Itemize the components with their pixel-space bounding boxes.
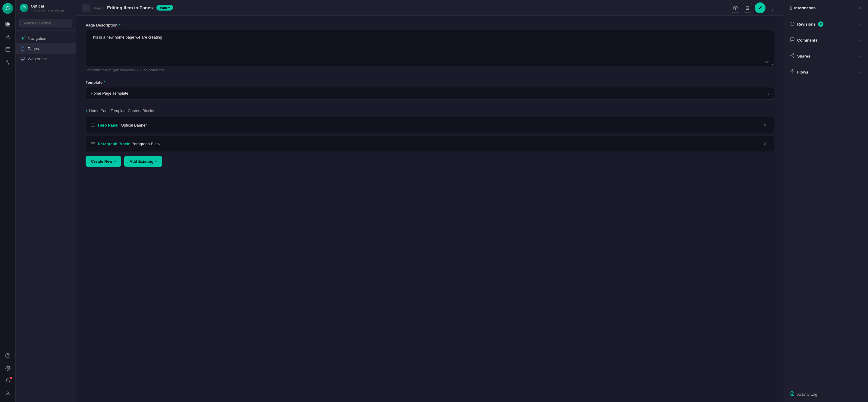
paragraph-block-value: Paragraph Block (131, 142, 160, 146)
remove-hero-button[interactable]: × (762, 121, 769, 129)
description-required: * (119, 23, 120, 27)
description-textarea[interactable]: This is a new home page we are creating (86, 30, 774, 66)
icon-bar-files[interactable] (2, 44, 13, 55)
topbar: ← Pages Editing Item in Pages Main ▾ ✓ ⋮ (76, 0, 784, 16)
flows-chevron-icon: ∨ (859, 70, 862, 74)
sidebar-item-web-article-label: Web Article (28, 57, 48, 61)
comments-icon (790, 37, 795, 43)
sidebar-item-navigation-label: Navigation (28, 36, 46, 41)
svg-point-15 (735, 7, 736, 8)
block-item-paragraph: Paragraph Block: Paragraph Block × (86, 135, 774, 152)
drag-handle-paragraph[interactable] (91, 142, 95, 145)
block-text-paragraph: Paragraph Block: Paragraph Block (98, 142, 758, 146)
svg-line-20 (792, 54, 793, 55)
comments-chevron-icon: ∨ (859, 38, 862, 42)
preview-button[interactable] (731, 3, 740, 13)
revisions-icon (790, 21, 795, 27)
sidebar-item-navigation[interactable]: Navigation (16, 33, 76, 43)
panel-close-button[interactable]: × (859, 5, 862, 11)
icon-bar-help[interactable] (2, 350, 13, 361)
flows-header[interactable]: Flows ∨ (784, 64, 868, 80)
comments-header[interactable]: Comments ∨ (784, 32, 868, 48)
comments-label: Comments (797, 38, 817, 42)
flows-title: Flows (790, 69, 808, 75)
content-blocks-label: Home Page Template Content Blocks (89, 109, 154, 113)
topbar-actions: ✓ ⋮ (731, 2, 778, 13)
icon-bar-settings[interactable] (2, 363, 13, 374)
create-new-button[interactable]: Create New ▾ (86, 156, 121, 167)
shares-icon (790, 53, 795, 59)
app-logo[interactable]: O (2, 3, 13, 14)
activity-log-footer[interactable]: Activity Log (784, 386, 868, 402)
description-label: Page Description * (86, 23, 774, 27)
add-existing-caret-icon: ▾ (155, 160, 157, 163)
content-blocks-header: Home Page Template Content Blocks (86, 108, 774, 113)
right-panel: ℹ Information × Revisions 2 ∨ (784, 0, 868, 402)
content-blocks-section: Home Page Template Content Blocks Hero P… (86, 108, 774, 167)
svg-line-19 (792, 56, 793, 57)
activity-log-label: Activity Log (797, 392, 817, 397)
sidebar-nav: Navigation Pages Web Article (16, 31, 76, 402)
svg-marker-11 (21, 36, 24, 40)
panel-section-comments: Comments ∨ (784, 32, 868, 48)
information-icon: ℹ (790, 5, 792, 11)
sidebar-search-container (16, 16, 76, 31)
svg-rect-3 (8, 25, 10, 26)
icon-bar-analytics[interactable] (2, 57, 13, 67)
block-text-hero: Hero Panel: Optical Banner (98, 123, 758, 127)
activity-log-icon (790, 391, 795, 397)
sidebar-item-pages[interactable]: Pages (16, 43, 76, 54)
template-select[interactable]: Home Page Template (86, 87, 774, 99)
information-label: Information (794, 6, 816, 10)
icon-bar-notifications[interactable] (2, 375, 13, 386)
shares-chevron-icon: ∨ (859, 54, 862, 58)
icon-bar: O (0, 0, 16, 402)
svg-point-10 (7, 392, 9, 394)
save-button[interactable]: ✓ (755, 2, 766, 13)
template-label: Template * (86, 80, 774, 85)
sidebar-app-subtitle: This is a shared playgr... (31, 8, 71, 12)
template-section: Template * Home Page Template ∨ (86, 80, 774, 99)
shares-header[interactable]: Shares ∨ (784, 48, 868, 64)
revisions-header[interactable]: Revisions 2 ∨ (784, 16, 868, 32)
icon-bar-users[interactable] (2, 31, 13, 42)
information-header[interactable]: ℹ Information × (784, 0, 868, 16)
branch-selector[interactable]: Main ▾ (156, 5, 173, 10)
sidebar-logo: O (20, 4, 28, 12)
search-input[interactable] (19, 19, 72, 27)
drag-handle-hero[interactable] (91, 124, 95, 127)
hero-block-value: Optical Banner (121, 123, 147, 127)
create-new-caret-icon: ▾ (114, 160, 116, 163)
svg-point-17 (790, 55, 792, 56)
svg-rect-1 (8, 22, 10, 24)
breadcrumb: Pages (94, 5, 103, 10)
shares-title: Shares (790, 53, 810, 59)
create-new-label: Create New (91, 159, 113, 164)
web-article-icon (20, 56, 25, 61)
svg-rect-12 (21, 57, 24, 60)
revisions-chevron-icon: ∨ (859, 22, 862, 26)
sidebar-header-info: Optical This is a shared playgr... (31, 4, 71, 12)
branch-label: Main (159, 6, 167, 10)
more-options-button[interactable]: ⋮ (768, 3, 778, 13)
sidebar-header: O Optical This is a shared playgr... (16, 0, 76, 16)
revisions-title: Revisions 2 (790, 21, 824, 27)
description-section: Page Description * This is a new home pa… (86, 23, 774, 72)
svg-point-9 (7, 368, 8, 369)
svg-point-16 (793, 53, 794, 55)
svg-rect-2 (6, 25, 7, 26)
svg-point-18 (793, 56, 794, 58)
back-button[interactable]: ← (82, 4, 90, 12)
add-existing-label: Add Existing (130, 159, 153, 164)
delete-button[interactable] (743, 3, 752, 13)
sidebar-app-name: Optical (31, 4, 71, 8)
icon-bar-collections[interactable] (2, 19, 13, 30)
add-existing-button[interactable]: Add Existing ▾ (124, 156, 162, 167)
sidebar: O Optical This is a shared playgr... Nav… (16, 0, 76, 402)
main-content: ← Pages Editing Item in Pages Main ▾ ✓ ⋮ (76, 0, 784, 402)
sidebar-item-web-article[interactable]: Web Article (16, 54, 76, 64)
char-count-display: 261 (764, 60, 770, 64)
remove-paragraph-button[interactable]: × (762, 140, 769, 147)
breadcrumb-text: Pages (94, 6, 103, 10)
icon-bar-user[interactable] (2, 388, 13, 399)
